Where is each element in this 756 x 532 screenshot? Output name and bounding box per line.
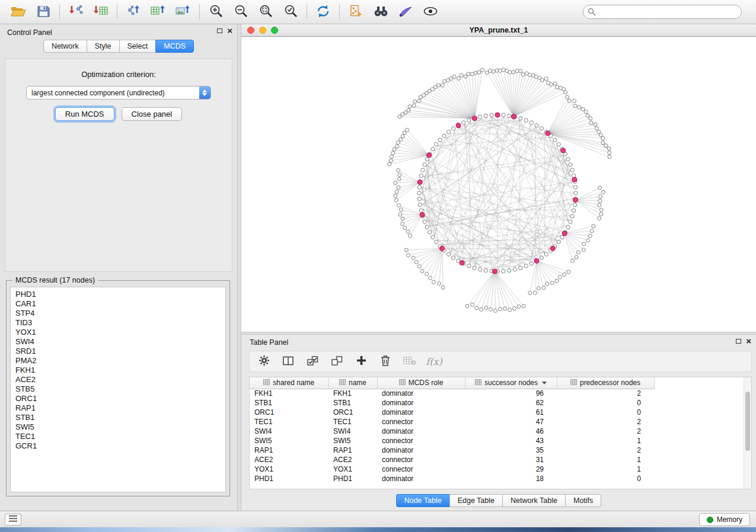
toolbar-separator [199,4,200,20]
mcds-result-item[interactable]: STB1 [11,413,225,422]
open-file-button[interactable] [6,2,31,22]
delete-column-button[interactable] [378,354,393,369]
mcds-result-list[interactable]: PHD1CAR1STP4TID3YOX1SWI4SRD1PMA2FKH1ACE2… [10,287,226,492]
column-header-successor-nodes[interactable]: successor nodes [465,377,557,389]
scrollbar-thumb[interactable] [745,392,750,451]
table-row[interactable]: ACE2ACE2connector311 [250,455,654,464]
mcds-result-item[interactable]: TEC1 [11,432,225,441]
table-cell: ACE2 [328,455,377,464]
tab-edge-table[interactable]: Edge Table [449,494,502,507]
table-cell: connector [377,436,465,446]
search-input[interactable] [583,5,742,19]
table-body: FKH1FKH1dominator962STB1STB1dominator620… [250,389,654,483]
mcds-result-item[interactable]: STP4 [11,309,225,318]
zoom-fit-button[interactable] [253,2,278,22]
tab-network-table[interactable]: Network Table [502,494,565,507]
close-panel-icon[interactable]: × [746,338,751,345]
zoom-selected-button[interactable] [278,2,303,22]
node-data-table[interactable]: shared namenameMCDS rolesuccessor nodesp… [250,377,655,483]
mcds-result-item[interactable]: PHD1 [11,290,225,299]
column-header-predecessor-nodes[interactable]: predecessor nodes [557,377,654,389]
table-row[interactable]: PHD1PHD1dominator180 [250,474,654,483]
mcds-result-groupbox: MCDS result (17 nodes) PHD1CAR1STP4TID3Y… [6,280,230,496]
close-panel-icon[interactable]: × [227,27,232,34]
table-row[interactable]: SWI5SWI5connector431 [250,436,654,446]
maximize-window-icon[interactable] [271,27,278,34]
table-row[interactable]: TEC1TEC1connector472 [250,417,654,427]
task-history-button[interactable] [5,514,21,525]
mcds-result-item[interactable]: TID3 [11,318,225,328]
save-button[interactable] [31,2,56,22]
table-row[interactable]: ORC1ORC1dominator610 [250,408,654,417]
zoom-fit-icon [259,4,273,20]
tab-node-table[interactable]: Node Table [396,494,449,507]
tab-motifs[interactable]: Motifs [565,494,601,507]
import-table-button[interactable] [88,2,113,22]
table-cell: FKH1 [250,389,328,398]
tab-network[interactable]: Network [43,40,87,53]
mcds-result-item[interactable]: CAR1 [11,299,225,309]
tab-select[interactable]: Select [119,40,156,53]
zoom-in-button[interactable] [203,2,228,22]
mcds-result-item[interactable]: GCR1 [11,441,225,451]
style-brush-icon [398,5,413,19]
search-box [583,5,742,19]
export-network-button[interactable] [121,2,146,22]
minimize-window-icon[interactable] [259,27,266,34]
table-row[interactable]: STB1STB1dominator620 [250,398,654,408]
column-header-name[interactable]: name [328,377,377,389]
float-panel-icon[interactable] [736,339,741,344]
optimization-criterion-select[interactable]: largest connected component (undirected) [26,86,211,100]
clear-table-button-disabled[interactable] [403,354,417,369]
apply-style-button[interactable] [393,2,418,22]
column-header-MCDS-role[interactable]: MCDS role [377,377,465,389]
table-cell: 18 [465,474,557,483]
column-grid-icon [475,379,481,387]
mcds-result-item[interactable]: PMA2 [11,356,225,366]
mcds-result-item[interactable]: SWI4 [11,337,225,347]
import-table-icon [93,5,109,20]
close-panel-button[interactable]: Close panel [122,107,183,121]
show-columns-button[interactable] [281,354,295,369]
create-column-button[interactable] [354,354,368,369]
mcds-result-item[interactable]: RAP1 [11,403,225,413]
clone-network-button[interactable] [343,2,368,22]
table-row[interactable]: RAP1RAP1dominator352 [250,446,654,455]
table-cell: 1 [557,464,654,474]
float-panel-icon[interactable] [217,28,222,33]
find-button[interactable] [368,2,393,22]
tab-mcds[interactable]: MCDS [155,40,194,53]
vertical-splitter[interactable] [237,24,241,511]
table-cell: 61 [465,408,557,417]
run-mcds-button[interactable]: Run MCDS [55,107,114,121]
mcds-result-item[interactable]: ORC1 [11,394,225,403]
table-row[interactable]: SWI4SWI4dominator462 [250,427,654,436]
zoom-out-button[interactable] [228,2,253,22]
tab-style[interactable]: Style [87,40,119,53]
mcds-result-item[interactable]: YOX1 [11,328,225,337]
mcds-result-item[interactable]: FKH1 [11,366,225,375]
table-row[interactable]: FKH1FKH1dominator962 [250,389,654,398]
export-image-button[interactable] [171,2,196,22]
mcds-result-item[interactable]: SWI5 [11,422,225,432]
import-network-button[interactable] [63,2,88,22]
table-row[interactable]: YOX1YOX1connector291 [250,464,654,474]
mcds-result-item[interactable]: SRD1 [11,347,225,356]
column-header-shared-name[interactable]: shared name [250,377,328,389]
table-settings-button[interactable] [257,354,271,369]
export-table-button[interactable] [146,2,171,22]
sort-desc-icon [542,382,547,384]
deselect-all-button[interactable] [330,354,344,369]
mcds-result-item[interactable]: STB5 [11,384,225,394]
table-scrollbar[interactable] [744,377,751,489]
table-cell: 0 [557,408,654,417]
network-canvas[interactable] [241,37,756,332]
memory-button[interactable]: Memory [699,513,750,526]
select-all-button[interactable] [305,354,320,369]
close-window-icon[interactable] [247,27,254,34]
apply-layout-button[interactable] [311,2,336,22]
refresh-arrows-icon [316,5,330,20]
mcds-result-item[interactable]: ACE2 [11,375,225,384]
show-hide-button[interactable] [418,2,443,22]
function-builder-button-disabled[interactable]: f(x) [427,354,441,369]
